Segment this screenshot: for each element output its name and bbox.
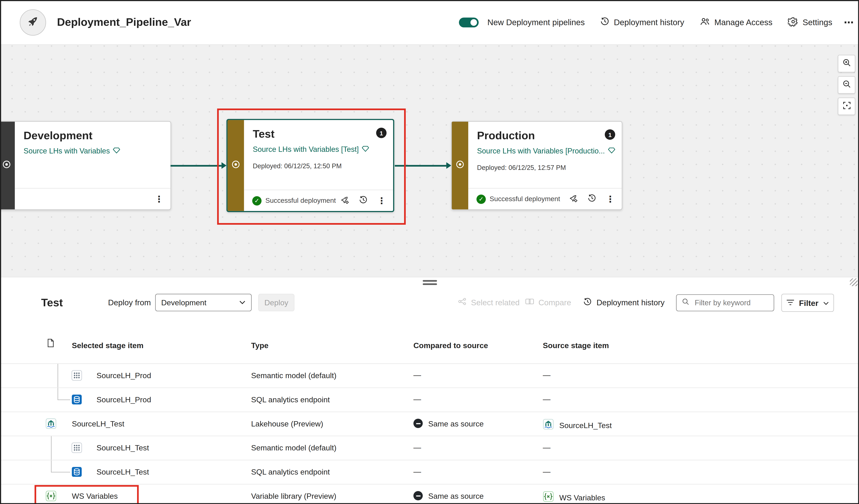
endorsement-diamond-icon <box>113 147 120 155</box>
column-header-compared-to-source: Compared to source <box>413 341 488 350</box>
deployment-history-button[interactable]: Deployment history <box>593 13 690 31</box>
zoom-out-icon <box>842 79 851 91</box>
stage-card-production[interactable]: Production 1 Source LHs with Variables [… <box>451 121 622 210</box>
stage-name: Production <box>477 128 535 142</box>
stage-name: Development <box>24 128 92 142</box>
resize-corner-handle[interactable] <box>850 278 858 286</box>
deploy-from-dropdown[interactable]: Development <box>155 294 252 311</box>
manage-access-label: Manage Access <box>714 17 772 27</box>
endorsement-diamond-icon <box>362 145 369 154</box>
semantic-model-icon <box>71 442 82 453</box>
deployed-timestamp: Deployed: 06/12/25, 12:50 PM <box>253 162 387 170</box>
app-header: Deployment_Pipeline_Var New Deployment p… <box>0 0 859 45</box>
settings-button[interactable]: Settings <box>782 13 839 31</box>
compared-to-source-value: Same as source <box>413 419 484 428</box>
deploy-from-value: Development <box>161 298 207 307</box>
history-icon <box>358 195 367 207</box>
more-vertical-icon: ⋮ <box>154 194 163 204</box>
more-options-button[interactable]: ⋯ <box>842 16 854 28</box>
pipeline-logo <box>20 9 46 35</box>
zoom-in-button[interactable] <box>838 55 855 72</box>
settings-label: Settings <box>802 17 832 27</box>
deployment-status: ✓ Successful deployment <box>252 196 336 205</box>
chevron-down-icon <box>239 301 245 305</box>
page-title: Deployment_Pipeline_Var <box>57 16 191 28</box>
item-count-badge: 1 <box>376 128 387 138</box>
toggle-label: New Deployment pipelines <box>487 17 585 27</box>
item-name: WS Variables <box>72 492 118 500</box>
same-as-source-icon <box>413 491 423 500</box>
workspace-link[interactable]: Source LHs with Variables <box>24 147 164 155</box>
stage-more-button[interactable]: ⋮ <box>152 192 166 206</box>
lakehouse-icon <box>543 419 554 431</box>
zoom-out-button[interactable] <box>838 76 855 94</box>
workspace-link[interactable]: Source LHs with Variables [Test] <box>253 145 387 154</box>
stage-name: Test <box>253 127 274 141</box>
same-as-source-icon <box>413 419 423 428</box>
item-name: SourceLH_Test <box>96 443 149 452</box>
stage-more-button[interactable]: ⋮ <box>375 194 389 208</box>
workspace-name: Source LHs with Variables [Test] <box>253 145 359 154</box>
table-row-sourcelh-test-sql[interactable]: SourceLH_Test SQL analytics endpoint — — <box>0 460 859 485</box>
compared-text: Same as source <box>428 491 484 500</box>
stage-card-footer: ✓ Successful deployment <box>468 188 622 209</box>
column-header-type: Type <box>251 341 269 350</box>
keyword-filter-search <box>676 294 774 311</box>
more-vertical-icon: ⋮ <box>377 196 386 206</box>
deployment-status: ✓ Successful deployment <box>477 194 560 203</box>
panel-resize-handle[interactable] <box>422 280 437 285</box>
deployment-pipeline-window: Deployment_Pipeline_Var New Deployment p… <box>0 0 859 504</box>
people-icon <box>699 16 710 28</box>
workspace-name: Source LHs with Variables <box>24 147 110 155</box>
source-stage-item-value: — <box>543 370 551 379</box>
sql-endpoint-icon <box>71 394 82 405</box>
table-row-ws-variables[interactable]: WS Variables Variable library (Preview) … <box>0 484 859 504</box>
deploy-settings-button[interactable] <box>337 194 351 208</box>
deploy-button[interactable]: Deploy <box>258 294 295 311</box>
panel-deployment-history-button[interactable]: Deployment history <box>583 294 665 311</box>
zoom-controls <box>838 55 855 115</box>
history-icon <box>587 193 596 205</box>
endorsement-diamond-icon <box>608 147 615 155</box>
new-pipelines-toggle[interactable] <box>459 17 479 27</box>
manage-access-button[interactable]: Manage Access <box>693 13 778 31</box>
stage-card-footer: ⋮ <box>15 188 170 209</box>
rocket-icon <box>26 15 40 30</box>
keyword-filter-input[interactable] <box>694 298 769 307</box>
stage-card-test[interactable]: Test 1 Source LHs with Variables [Test] … <box>226 119 394 212</box>
stage-connector-icon <box>455 159 465 171</box>
fit-to-screen-button[interactable] <box>838 98 855 115</box>
source-stage-item-value: — <box>543 443 551 452</box>
compare-icon <box>525 298 534 307</box>
stage-card-body: Production 1 Source LHs with Variables [… <box>468 122 622 209</box>
stage-more-button[interactable]: ⋮ <box>603 192 617 206</box>
search-icon <box>681 297 690 308</box>
source-stage-item-value: — <box>543 395 551 403</box>
pipeline-arrow-dev-to-test <box>170 165 222 166</box>
stage-history-button[interactable] <box>356 194 370 208</box>
stage-card-development[interactable]: Development Source LHs with Variables ⋮ <box>0 121 171 210</box>
table-row-sourcelh-test-semantic[interactable]: SourceLH_Test Semantic model (default) —… <box>0 436 859 461</box>
table-row-sourcelh-prod-sql[interactable]: SourceLH_Prod SQL analytics endpoint — — <box>0 387 859 412</box>
stage-history-button[interactable] <box>585 192 599 206</box>
item-count-badge: 1 <box>605 129 615 140</box>
item-name: SourceLH_Prod <box>96 371 151 380</box>
workspace-link[interactable]: Source LHs with Variables [Productio... <box>477 147 615 155</box>
panel-title: Test <box>41 294 63 311</box>
filter-button[interactable]: Filter <box>781 294 834 312</box>
select-related-button[interactable]: Select related <box>458 294 520 311</box>
document-icon <box>47 339 55 349</box>
stage-strip <box>0 122 15 209</box>
compare-button[interactable]: Compare <box>525 294 571 311</box>
select-related-label: Select related <box>471 298 519 307</box>
item-name: SourceLH_Test <box>96 468 149 476</box>
stage-card-body: Test 1 Source LHs with Variables [Test] … <box>244 120 393 211</box>
toggle-knob <box>470 19 477 25</box>
deploy-settings-button[interactable] <box>566 192 580 206</box>
column-header-selected-stage-item: Selected stage item <box>72 341 144 350</box>
table-row-sourcelh-prod-semantic[interactable]: SourceLH_Prod Semantic model (default) —… <box>0 363 859 388</box>
sql-endpoint-icon <box>71 467 82 477</box>
table-row-sourcelh-test-lakehouse[interactable]: SourceLH_Test Lakehouse (Preview) Same a… <box>0 412 859 436</box>
compared-to-source-value: Same as source <box>413 491 484 500</box>
select-related-icon <box>458 298 467 307</box>
